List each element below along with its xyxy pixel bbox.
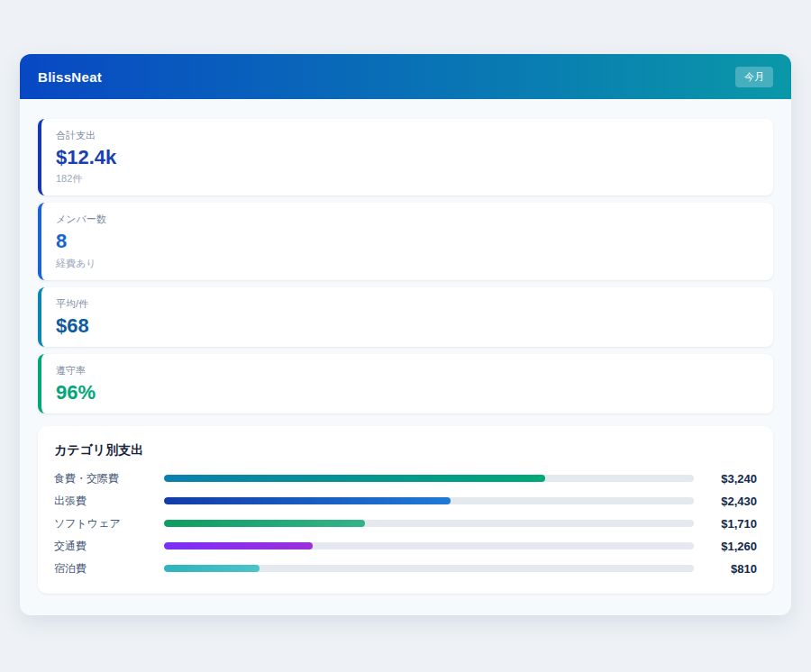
- stat-value: 96%: [56, 381, 757, 404]
- stat-subtitle: 経費あり: [56, 257, 757, 270]
- category-row: 宿泊費 $810: [54, 561, 757, 576]
- stat-label: メンバー数: [56, 213, 757, 226]
- category-bar-fill: [164, 542, 313, 549]
- category-amount: $3,240: [705, 472, 757, 486]
- stat-label: 平均/件: [56, 297, 757, 311]
- period-badge[interactable]: 今月: [735, 67, 773, 87]
- stat-value: 8: [56, 230, 757, 252]
- dashboard-content: 合計支出 $12.4k 182件 メンバー数 8 経費あり 平均/件 $68 遵…: [20, 99, 791, 615]
- category-amount: $1,710: [705, 517, 757, 531]
- category-row: 出張費 $2,430: [54, 494, 757, 508]
- category-bar-track: [164, 475, 694, 482]
- app-header: BlissNeat 今月: [20, 54, 791, 99]
- category-label: 宿泊費: [54, 561, 164, 577]
- stat-value: $12.4k: [56, 146, 757, 168]
- category-bar-fill: [164, 497, 451, 504]
- category-bar-track: [164, 520, 694, 527]
- category-row: 交通費 $1,260: [54, 539, 757, 553]
- app-title: BlissNeat: [38, 69, 102, 85]
- stat-card-compliance: 遵守率 96%: [38, 354, 773, 413]
- stat-card-average: 平均/件 $68: [38, 287, 773, 347]
- category-label: 交通費: [54, 539, 164, 554]
- category-section-title: カテゴリ別支出: [54, 442, 757, 459]
- stat-card-total-spend: 合計支出 $12.4k 182件: [38, 119, 773, 195]
- category-bar-fill: [164, 475, 545, 482]
- category-bar-track: [164, 497, 694, 504]
- category-amount: $2,430: [705, 495, 757, 508]
- category-label: 食費・交際費: [54, 471, 164, 486]
- stat-label: 合計支出: [56, 129, 757, 142]
- category-bar-track: [164, 565, 694, 572]
- category-bar-track: [164, 542, 694, 549]
- dashboard-card: BlissNeat 今月 合計支出 $12.4k 182件 メンバー数 8 経費…: [20, 54, 791, 615]
- category-bar-fill: [164, 520, 365, 527]
- category-label: ソフトウェア: [54, 516, 164, 531]
- category-label: 出張費: [54, 494, 164, 509]
- category-bar-fill: [164, 565, 260, 572]
- stat-card-members: メンバー数 8 経費あり: [38, 203, 773, 279]
- category-row: 食費・交際費 $3,240: [54, 471, 757, 486]
- stat-label: 遵守率: [56, 364, 757, 377]
- stat-subtitle: 182件: [56, 172, 757, 186]
- category-spend-card: カテゴリ別支出 食費・交際費 $3,240 出張費 $2,430 ソフトウェア: [38, 426, 773, 594]
- stat-value: $68: [56, 314, 757, 337]
- category-amount: $810: [705, 562, 757, 576]
- category-row: ソフトウェア $1,710: [54, 516, 757, 531]
- category-amount: $1,260: [705, 540, 757, 553]
